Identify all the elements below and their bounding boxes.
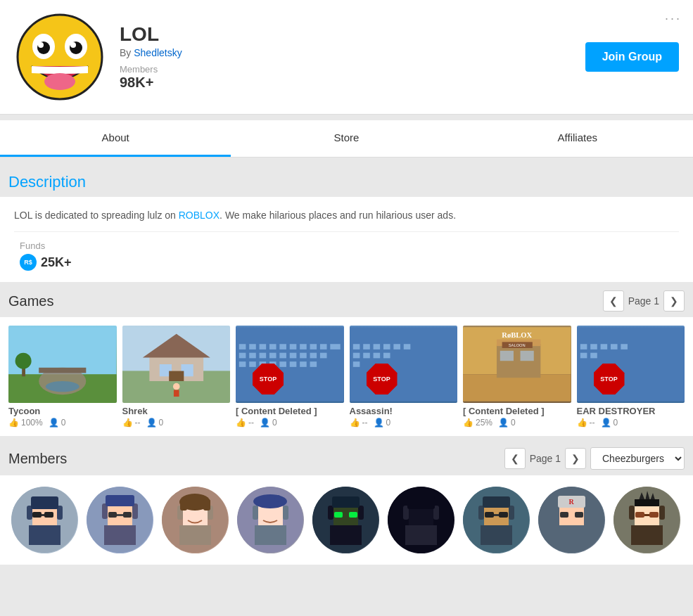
member-avatar-1[interactable]	[11, 487, 78, 553]
svg-rect-135	[499, 512, 508, 518]
svg-rect-96	[108, 512, 117, 518]
svg-rect-74	[580, 344, 587, 349]
game-card-assassin[interactable]: RøBLOX STOP Assassin!	[350, 326, 458, 428]
members-page-label: Page 1	[530, 453, 561, 464]
svg-rect-77	[610, 344, 617, 349]
svg-rect-52	[350, 327, 458, 402]
member-avatar-7[interactable]	[463, 487, 530, 553]
game-thumb-deleted1: RøBLOX	[236, 326, 344, 403]
svg-rect-58	[403, 344, 410, 349]
games-grid: RøBLOX Tycoon	[0, 317, 693, 436]
member-avatar-4[interactable]	[237, 487, 304, 553]
funds-value: R$ 25K+	[20, 254, 679, 271]
svg-rect-145	[575, 512, 583, 518]
svg-rect-51	[310, 361, 317, 367]
svg-rect-110	[253, 506, 258, 520]
members-next-button[interactable]: ❯	[565, 448, 586, 469]
tab-about[interactable]: About	[0, 120, 231, 157]
tab-bar: About Store Affiliates	[0, 120, 693, 158]
game-stats-shrek: 👍 -- 👤 0	[122, 418, 231, 428]
member-avatar-6[interactable]	[388, 487, 454, 553]
svg-rect-154	[649, 512, 659, 518]
svg-rect-45	[249, 361, 256, 367]
dots-menu[interactable]: ···	[665, 11, 682, 26]
svg-rect-44	[239, 361, 246, 367]
member-avatar-9[interactable]	[613, 487, 680, 553]
games-pagination: ❮ Page 1 ❯	[603, 290, 685, 312]
game-stats-assassin: 👍 -- 👤 0	[350, 418, 458, 428]
svg-point-22	[172, 383, 179, 390]
member-avatar-8[interactable]: R	[538, 487, 605, 553]
svg-rect-111	[283, 506, 288, 520]
group-header: ··· LOL By Shedletsky Membe	[0, 0, 693, 115]
group-avatar-image	[14, 11, 106, 103]
svg-rect-37	[260, 353, 267, 359]
svg-rect-148	[631, 525, 663, 545]
game-card-tycoon[interactable]: RøBLOX Tycoon	[8, 326, 117, 428]
game-card-ear[interactable]: RøBLOX STOP EAR DESTROYER 👍 -- 👤 0	[577, 326, 685, 428]
svg-rect-32	[310, 344, 317, 349]
svg-rect-119	[334, 512, 343, 518]
svg-rect-59	[352, 353, 360, 359]
svg-rect-60	[363, 353, 370, 359]
svg-rect-75	[590, 344, 597, 349]
svg-rect-140	[554, 506, 559, 520]
svg-rect-34	[330, 344, 340, 349]
svg-rect-80	[590, 353, 597, 359]
roblox-link[interactable]: ROBLOX	[179, 210, 220, 221]
svg-rect-106	[203, 499, 210, 511]
game-thumb-deleted2: SALOON RøBLOX	[463, 326, 571, 403]
svg-rect-92	[104, 525, 136, 545]
svg-rect-26	[249, 344, 256, 349]
svg-rect-50	[300, 361, 307, 367]
members-prev-button[interactable]: ❮	[504, 448, 526, 469]
member-avatar-3[interactable]	[162, 487, 229, 553]
creator-link[interactable]: Shedletsky	[134, 47, 182, 58]
game-stats-ear: 👍 -- 👤 0	[577, 418, 685, 428]
svg-rect-21	[169, 371, 184, 381]
group-info: LOL By Shedletsky Members 98K+	[120, 23, 571, 91]
svg-rect-116	[330, 525, 362, 545]
member-avatar-5[interactable]	[312, 487, 379, 553]
svg-rect-131	[478, 506, 484, 520]
members-section-title: Members	[8, 451, 67, 467]
game-card-deleted2[interactable]: SALOON RøBLOX [ Content Deleted ] 👍 25% …	[463, 326, 571, 428]
svg-rect-117	[328, 506, 333, 520]
svg-rect-118	[358, 506, 364, 520]
member-avatar-2[interactable]	[87, 487, 153, 553]
svg-rect-68	[500, 351, 514, 361]
game-thumb-assassin: RøBLOX STOP	[350, 326, 458, 403]
tab-affiliates[interactable]: Affiliates	[462, 120, 693, 157]
members-grid: R	[0, 475, 693, 565]
games-next-button[interactable]: ❯	[663, 290, 685, 312]
svg-rect-73	[577, 327, 685, 402]
svg-text:SALOON: SALOON	[509, 343, 526, 347]
svg-point-7	[44, 73, 75, 90]
svg-rect-29	[279, 344, 286, 349]
svg-rect-39	[279, 353, 286, 359]
svg-rect-150	[659, 506, 665, 520]
svg-rect-105	[180, 499, 187, 511]
tab-store[interactable]: Store	[231, 120, 462, 157]
svg-point-113	[274, 495, 281, 502]
game-rating-tycoon: 👍 100%	[8, 418, 43, 428]
svg-rect-53	[352, 344, 360, 349]
svg-rect-79	[580, 353, 587, 359]
svg-point-14	[15, 353, 32, 369]
svg-rect-87	[32, 512, 42, 518]
svg-rect-27	[260, 344, 267, 349]
game-thumb-ear: RøBLOX STOP	[577, 326, 685, 403]
section-description-title: Description	[0, 166, 693, 194]
members-role-dropdown[interactable]: Cheezburgers	[590, 447, 685, 470]
group-avatar	[14, 11, 106, 103]
game-card-shrek[interactable]: RøBLOX	[122, 326, 231, 428]
join-group-button[interactable]: Join Group	[585, 42, 679, 72]
game-name-ear: EAR DESTROYER	[577, 406, 685, 416]
game-players-tycoon: 👤 0	[49, 418, 66, 428]
svg-rect-95	[106, 495, 134, 506]
svg-rect-101	[179, 525, 211, 545]
game-card-deleted1[interactable]: RøBLOX	[236, 326, 344, 428]
members-label: Members	[120, 64, 571, 75]
svg-rect-69	[521, 351, 534, 361]
games-prev-button[interactable]: ❮	[603, 290, 624, 312]
